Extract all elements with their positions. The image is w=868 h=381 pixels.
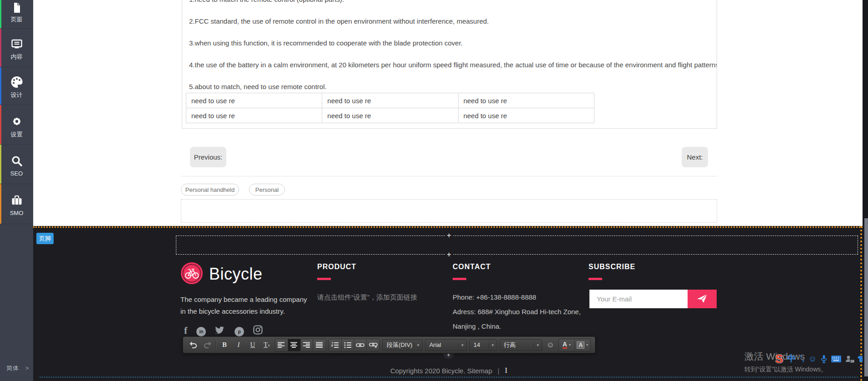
article-paragraph: 5.about to match, need to use remote con… (189, 83, 712, 90)
table-cell: need to use re (458, 108, 594, 123)
subscribe-submit-button[interactable] (688, 290, 717, 308)
language-switcher[interactable]: 简体 > (6, 364, 29, 372)
copyright-bar: Copyrights 2020 Bicycle. Sitemap | I (180, 366, 717, 375)
briefcase-icon (10, 195, 23, 208)
list-link-group (329, 339, 380, 351)
content-icon (10, 38, 23, 52)
ime-keyboard-icon[interactable] (831, 356, 841, 362)
color-group: A ▾ A ▾ (559, 339, 591, 351)
bullet-list-button[interactable] (342, 339, 354, 351)
tag-personal-handheld[interactable]: Personal handheld (181, 184, 239, 196)
emoji-button[interactable]: ☺ (544, 339, 556, 351)
article-paragraph: 3.when using this function, it is recomm… (189, 39, 712, 47)
font-size-dropdown[interactable]: 14 ▾ (469, 339, 497, 351)
pinterest-icon[interactable]: p (234, 327, 244, 336)
chevron-down-icon: ▾ (458, 343, 466, 347)
sidebar-item-label: 设置 (0, 130, 33, 139)
sidebar-item-label: 页面 (0, 15, 33, 24)
line-height-dropdown[interactable]: 行高 ▾ (499, 339, 542, 351)
paragraph-format-dropdown[interactable]: 段落(DIV) ▾ (382, 339, 423, 351)
align-right-button[interactable] (301, 339, 314, 351)
font-color-button[interactable]: A ▾ (559, 339, 574, 351)
table-row: need to use re need to use re need to us… (186, 108, 594, 123)
linkedin-icon[interactable]: in (196, 327, 206, 336)
selection-border-top (33, 226, 863, 228)
table-row: need to use re need to use re need to us… (186, 93, 594, 108)
sidebar-item-label: 内容 (0, 53, 33, 61)
next-post-button[interactable]: Next: (682, 147, 708, 167)
ordered-list-button[interactable] (329, 339, 342, 351)
insert-link-button[interactable] (354, 339, 367, 351)
ime-mode-chinese[interactable]: 中 (787, 353, 796, 365)
product-links-hint: 请点击组件“设置”，添加页面链接 (317, 293, 417, 302)
alignment-group (275, 339, 326, 351)
table-cell: need to use re (322, 93, 458, 108)
ime-user-icon[interactable]: 18 (845, 355, 853, 363)
footer-col-title-product: PRODUCT (317, 263, 356, 271)
footer-col-title-contact: CONTACT (453, 263, 491, 271)
chevron-down-icon: ▾ (586, 343, 588, 347)
sidebar: 页面 内容 设计 设置 SEO (0, 0, 33, 381)
sidebar-item-design[interactable]: 设计 (0, 67, 33, 105)
accent-bar (453, 278, 466, 280)
search-icon (11, 155, 23, 169)
add-row-button[interactable]: + (445, 232, 453, 240)
font-family-dropdown[interactable]: Arial ▾ (425, 339, 467, 351)
app-window: 页面 内容 设计 设置 SEO (0, 0, 868, 381)
footer-brand: Bicycle (180, 262, 263, 286)
previous-post-button[interactable]: Previous: (190, 147, 226, 167)
sidebar-item-label: SMO (0, 210, 33, 216)
table-cell: need to use re (458, 93, 594, 108)
toolbar-separator (215, 341, 216, 350)
settings-gear-icon (11, 115, 23, 129)
add-row-button[interactable]: + (445, 251, 453, 259)
remove-link-button[interactable] (367, 339, 379, 351)
chevron-down-icon: ▾ (414, 343, 422, 347)
table-cell: need to use re (186, 108, 322, 123)
contact-phone: Phone: +86-138-8888-8888 (453, 293, 536, 301)
contact-address-line2: Nanjing , China. (453, 322, 501, 330)
sidebar-item-content[interactable]: 内容 (0, 29, 33, 67)
article-paragraph: 4.the use of the battery in a calm envir… (189, 61, 712, 69)
align-left-button[interactable] (275, 339, 288, 351)
divider (181, 176, 717, 176)
empty-block-placeholder[interactable] (181, 199, 717, 223)
twitter-icon[interactable] (215, 326, 225, 336)
activation-subtitle: 转到“设置”以激活 Windows。 (744, 366, 827, 374)
underline-button[interactable]: U (247, 339, 259, 351)
chevron-down-icon: ▾ (569, 343, 571, 347)
scrollbar[interactable] (863, 0, 868, 381)
sogou-logo-icon[interactable]: S (775, 352, 783, 366)
page-icon (11, 2, 23, 15)
align-center-button[interactable] (288, 339, 301, 351)
instagram-icon[interactable] (253, 325, 263, 336)
spec-table: need to use re need to use re need to us… (186, 93, 594, 123)
ime-microphone-icon[interactable] (821, 355, 827, 363)
sidebar-item-settings[interactable]: 设置 (0, 105, 33, 145)
bold-button[interactable]: B (219, 339, 230, 351)
tag-personal[interactable]: Personal (249, 184, 285, 196)
justify-button[interactable] (313, 339, 326, 351)
empty-row-dropzone[interactable] (176, 236, 858, 255)
scrollbar-thumb[interactable] (864, 218, 868, 376)
text-cursor: I (505, 366, 507, 375)
ime-punctuation-icon[interactable]: ’, (800, 354, 804, 363)
sidebar-item-pages[interactable]: 页面 (0, 0, 33, 29)
article-paragraph: 2.FCC standard, the use of remote contro… (189, 17, 712, 25)
redo-button[interactable] (201, 339, 213, 351)
ime-emoji-icon[interactable]: ☺ (808, 354, 817, 364)
facebook-icon[interactable]: f (184, 325, 187, 336)
background-color-button[interactable]: A ▾ (575, 339, 590, 351)
richtext-toolbar: B I U Tx (183, 336, 595, 353)
accent-bar (589, 278, 602, 280)
sidebar-item-smo[interactable]: SMO (0, 184, 33, 224)
sidebar-item-seo[interactable]: SEO (0, 145, 33, 184)
brand-name: Bicycle (209, 265, 263, 284)
footer-region-badge[interactable]: 页脚 (36, 233, 54, 244)
email-input[interactable] (589, 290, 688, 308)
remove-format-button[interactable]: Tx (261, 339, 273, 351)
bicycle-logo-icon (180, 262, 203, 286)
undo-button[interactable] (187, 339, 199, 351)
article-paragraph: 1.need to match the remote control (opti… (189, 0, 712, 3)
italic-button[interactable]: I (233, 339, 244, 351)
